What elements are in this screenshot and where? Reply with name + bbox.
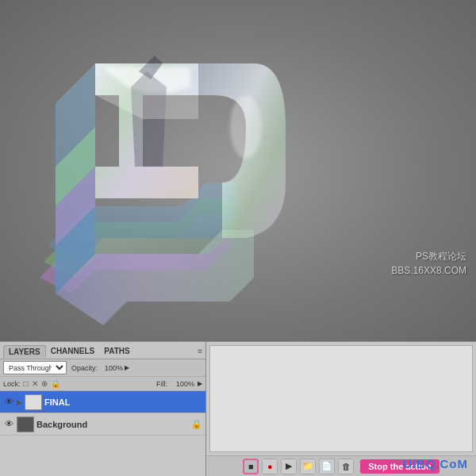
3d-letter-graphic <box>16 8 286 325</box>
opacity-label: Opacity: <box>71 364 98 372</box>
blend-mode-select[interactable]: Pass Through <box>3 361 67 374</box>
play-button[interactable]: ▶ <box>281 459 297 474</box>
layers-list: 👁 ▶ FINAL 👁 Background 🔒 <box>0 391 205 476</box>
fill-value: 100% <box>171 380 194 388</box>
tab-channels[interactable]: CHANNELS <box>46 345 100 357</box>
panel-menu-icon[interactable]: ≡ <box>198 347 202 355</box>
lock-label: Lock: <box>3 380 21 388</box>
uibq-branding: UiBQ.CoM <box>403 457 468 471</box>
layer-expand-arrow[interactable]: ▶ <box>17 398 22 406</box>
actions-panel: ■ ● ▶ 📁 📄 🗑 Stop the action UiBQ.CoM <box>206 341 476 476</box>
delete-button[interactable]: 🗑 <box>338 459 354 474</box>
visibility-icon-final[interactable]: 👁 <box>3 397 14 408</box>
layers-tabs: LAYERS CHANNELS PATHS ≡ <box>0 342 205 359</box>
layers-panel: LAYERS CHANNELS PATHS ≡ Pass Through Opa… <box>0 341 206 476</box>
layers-controls: Pass Through Opacity: 100% ▶ <box>0 359 205 377</box>
opacity-arrow[interactable]: ▶ <box>125 364 129 371</box>
layer-name-bg: Background <box>36 420 189 429</box>
layer-item-background[interactable]: 👁 Background 🔒 <box>0 413 205 436</box>
lock-row: Lock: □ ✕ ⊕ 🔒 Fill: 100% ▶ <box>0 377 205 391</box>
watermark: PS教程论坛 BBS.16XX8.COM <box>391 249 466 278</box>
canvas-area: PS教程论坛 BBS.16XX8.COM <box>0 0 476 341</box>
new-set-button[interactable]: 📁 <box>300 459 316 474</box>
new-action-button[interactable]: 📄 <box>319 459 335 474</box>
record-button[interactable]: ● <box>262 459 278 474</box>
layer-name-final: FINAL <box>44 397 202 407</box>
fill-label: Fill: <box>156 380 167 388</box>
fill-arrow[interactable]: ▶ <box>198 380 202 387</box>
actions-canvas <box>209 345 473 452</box>
lock-icon-2[interactable]: ✕ <box>32 379 38 388</box>
lock-icon-1[interactable]: □ <box>24 379 29 388</box>
lock-icon-4[interactable]: 🔒 <box>51 379 60 388</box>
layer-lock-icon: 🔒 <box>191 419 202 429</box>
tab-paths[interactable]: PATHS <box>99 345 134 357</box>
layer-thumb-final <box>25 394 42 410</box>
lock-icon-3[interactable]: ⊕ <box>41 379 48 388</box>
stop-action-button[interactable]: ■ <box>243 459 259 474</box>
opacity-value: 100% <box>99 364 123 372</box>
uibq-logo-text: UiBQ.CoM <box>403 457 468 470</box>
layer-item-final[interactable]: 👁 ▶ FINAL <box>0 391 205 413</box>
visibility-icon-bg[interactable]: 👁 <box>3 419 14 430</box>
svg-point-0 <box>230 95 262 159</box>
bottom-panel: LAYERS CHANNELS PATHS ≡ Pass Through Opa… <box>0 341 476 476</box>
tab-layers[interactable]: LAYERS <box>3 345 46 358</box>
layer-thumb-bg <box>17 416 34 432</box>
